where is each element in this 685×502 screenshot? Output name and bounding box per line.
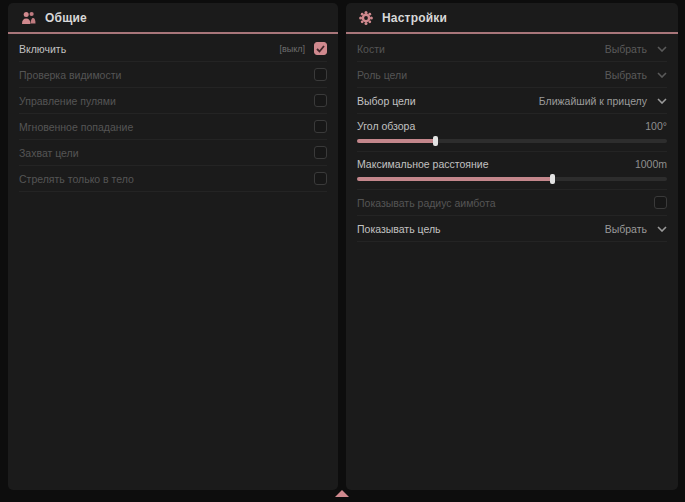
row-control bbox=[654, 196, 667, 209]
dropdown-value: Ближайший к прицелу bbox=[539, 95, 647, 107]
row-label: Мгновенное попадание bbox=[19, 121, 133, 133]
row-label: Максимальное расстояние bbox=[357, 158, 488, 170]
row-control bbox=[314, 120, 327, 133]
settings-row: Проверка видимости bbox=[19, 62, 327, 88]
row-label: Захват цели bbox=[19, 147, 79, 159]
row-label: Показывать цель bbox=[357, 223, 441, 235]
expand-arrow-icon[interactable] bbox=[335, 490, 349, 497]
settings-row: КостиВыбрать bbox=[357, 36, 667, 62]
panel-title: Общие bbox=[45, 11, 87, 25]
row-label: Включить bbox=[19, 43, 66, 55]
row-control bbox=[314, 94, 327, 107]
panel-general-header: Общие bbox=[8, 3, 338, 34]
settings-row: Управление пулями bbox=[19, 88, 327, 114]
settings-row: Выбор целиБлижайший к прицелу bbox=[357, 88, 667, 114]
panel-settings-header: Настройки bbox=[346, 3, 678, 34]
checkbox[interactable] bbox=[314, 146, 327, 159]
panel-general: Общие Включить[выкл]Проверка видимостиУп… bbox=[8, 3, 338, 490]
chevron-down-icon bbox=[657, 46, 667, 52]
slider-thumb[interactable] bbox=[433, 136, 438, 146]
settings-row: Захват цели bbox=[19, 140, 327, 166]
slider-value: 100° bbox=[645, 120, 667, 132]
settings-row: Показывать радиус аимбота bbox=[357, 190, 667, 216]
panel-title: Настройки bbox=[382, 11, 447, 25]
settings-row: Роль целиВыбрать bbox=[357, 62, 667, 88]
checkbox[interactable] bbox=[314, 68, 327, 81]
chevron-down-icon bbox=[657, 72, 667, 78]
row-label: Угол обзора bbox=[357, 120, 415, 132]
keybind-label: [выкл] bbox=[279, 44, 305, 54]
row-label: Стрелять только в тело bbox=[19, 173, 134, 185]
dropdown[interactable]: Выбрать bbox=[605, 69, 667, 81]
chevron-down-icon bbox=[657, 98, 667, 104]
row-control bbox=[314, 172, 327, 185]
dropdown-value: Выбрать bbox=[605, 69, 647, 81]
checkbox[interactable] bbox=[314, 42, 327, 55]
dropdown-value: Выбрать bbox=[605, 223, 647, 235]
slider[interactable] bbox=[357, 177, 667, 181]
checkbox[interactable] bbox=[314, 172, 327, 185]
dropdown[interactable]: Выбрать bbox=[605, 43, 667, 55]
row-label: Показывать радиус аимбота bbox=[357, 197, 496, 209]
slider-value: 1000m bbox=[635, 158, 667, 170]
settings-row: Включить[выкл] bbox=[19, 36, 327, 62]
slider-thumb[interactable] bbox=[550, 174, 555, 184]
row-label: Роль цели bbox=[357, 69, 407, 81]
settings-row: Максимальное расстояние1000m bbox=[357, 152, 667, 190]
row-label: Проверка видимости bbox=[19, 69, 121, 81]
settings-row: Стрелять только в тело bbox=[19, 166, 327, 192]
settings-row: Мгновенное попадание bbox=[19, 114, 327, 140]
row-control: Выбрать bbox=[605, 69, 667, 81]
slider[interactable] bbox=[357, 139, 667, 143]
chevron-down-icon bbox=[657, 226, 667, 232]
row-control: Выбрать bbox=[605, 223, 667, 235]
panel-general-body: Включить[выкл]Проверка видимостиУправлен… bbox=[8, 34, 338, 192]
checkbox[interactable] bbox=[654, 196, 667, 209]
row-label: Управление пулями bbox=[19, 95, 116, 107]
dropdown[interactable]: Выбрать bbox=[605, 223, 667, 235]
dropdown[interactable]: Ближайший к прицелу bbox=[539, 95, 667, 107]
gear-icon bbox=[359, 11, 373, 25]
dropdown-value: Выбрать bbox=[605, 43, 647, 55]
row-control: Выбрать bbox=[605, 43, 667, 55]
checkbox[interactable] bbox=[314, 94, 327, 107]
row-control bbox=[314, 68, 327, 81]
row-control bbox=[314, 146, 327, 159]
row-control: Ближайший к прицелу bbox=[539, 95, 667, 107]
settings-row: Угол обзора100° bbox=[357, 114, 667, 152]
users-icon bbox=[21, 11, 36, 25]
row-control: [выкл] bbox=[279, 42, 327, 55]
settings-row: Показывать цельВыбрать bbox=[357, 216, 667, 242]
row-label: Выбор цели bbox=[357, 95, 416, 107]
panel-settings-body: КостиВыбратьРоль целиВыбратьВыбор целиБл… bbox=[346, 34, 678, 242]
check-icon bbox=[316, 45, 325, 53]
checkbox[interactable] bbox=[314, 120, 327, 133]
row-label: Кости bbox=[357, 43, 385, 55]
panel-settings: Настройки КостиВыбратьРоль целиВыбратьВы… bbox=[346, 3, 678, 490]
